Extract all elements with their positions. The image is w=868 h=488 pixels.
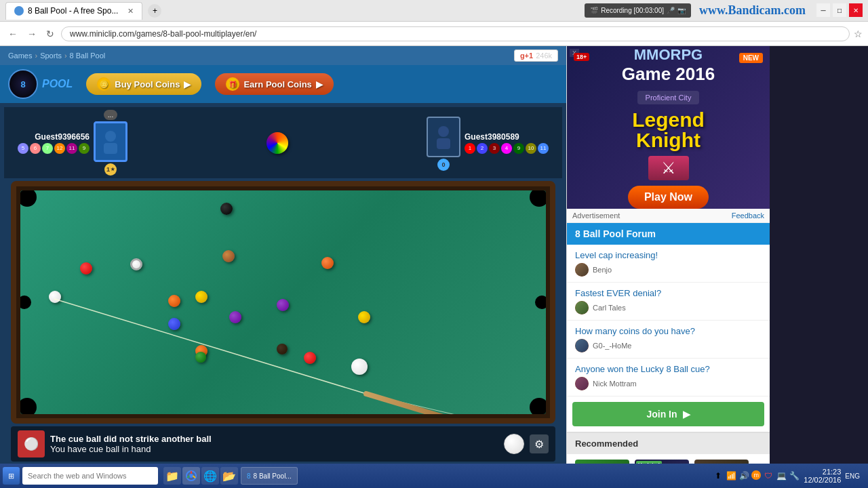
message-avatar: ⚪ — [18, 430, 45, 458]
system-clock[interactable]: 21:23 12/02/2016 — [804, 468, 841, 484]
taskbar-chrome-icon[interactable] — [182, 467, 200, 485]
pocket-bottom-right — [530, 398, 546, 414]
recommended-header: Recommended — [567, 432, 770, 454]
breadcrumb-sports[interactable]: Sports — [40, 52, 62, 60]
forum-user-2: Carl Tales — [575, 301, 762, 314]
tab-close-button[interactable]: ✕ — [127, 7, 134, 16]
forum-user-1: Benjo — [575, 263, 762, 277]
windows-start-button[interactable]: ⊞ — [3, 467, 20, 485]
taskbar-ie-icon[interactable]: 🌐 — [201, 467, 219, 485]
new-tab-button[interactable]: + — [148, 4, 161, 18]
user-avatar-g0 — [575, 339, 589, 352]
window-controls: 🎬 Recording [00:03:00] 🎤📷 www.Bandicam.c… — [585, 3, 863, 18]
forum-title: 8 Ball Pool Forum — [575, 228, 656, 239]
taskbar-folder-icon[interactable]: 📂 — [220, 467, 238, 485]
tab-title: 8 Ball Pool - A free Spo... — [28, 6, 118, 16]
forum-topic-4[interactable]: Anyone won the Lucky 8 Ball cue? — [575, 364, 762, 374]
ball-blue-1 — [168, 318, 180, 330]
maximize-button[interactable]: □ — [833, 3, 846, 17]
google-plus-button[interactable]: g+1 246k — [514, 49, 558, 62]
tray-extra2-icon[interactable]: 🔧 — [789, 470, 800, 481]
ball-stripe-red — [321, 257, 334, 269]
message-text: The cue ball did not strike another ball… — [50, 434, 498, 454]
forum-item-3: How many coins do you have? G0-_-HoMe — [567, 321, 770, 359]
taskbar-search-input[interactable] — [22, 467, 158, 485]
tray-apps-icon[interactable]: ⬆ — [713, 470, 724, 481]
ball-purple-1 — [229, 311, 241, 323]
taskbar-active-app[interactable]: 8 8 Ball Pool... — [241, 467, 298, 485]
forum-topic-3[interactable]: How many coins do you have? — [575, 326, 762, 336]
forum-item-2: Fastest EVER denial? Carl Tales — [567, 283, 770, 321]
breadcrumb-8ball[interactable]: 8 Ball Pool — [70, 52, 106, 60]
sidebar: X 18+ NEW MMORPG Game 2016 Proficient Ci… — [566, 46, 770, 488]
forum-username-2: Carl Tales — [593, 304, 626, 312]
recording-icons: 🎬 — [590, 7, 598, 14]
taskbar-icons: 📁 🌐 📂 — [163, 467, 238, 485]
forward-button[interactable]: → — [24, 27, 39, 41]
app-icon: 8 — [247, 472, 251, 480]
buy-coins-button[interactable]: 🪙 Buy Pool Coins ▶ — [86, 73, 201, 95]
message-line1: The cue ball did not strike another ball — [50, 434, 498, 444]
breadcrumb-games[interactable]: Games — [8, 52, 32, 60]
close-button[interactable]: ✕ — [849, 3, 863, 17]
forum-header: 8 Ball Pool Forum — [567, 223, 770, 245]
tray-miniclip-icon[interactable]: m — [751, 470, 761, 480]
svg-rect-3 — [437, 138, 450, 149]
ad-age-badge: 18+ — [574, 53, 589, 61]
feedback-link[interactable]: Feedback — [732, 211, 764, 220]
taskbar-file-explorer-icon[interactable]: 📁 — [163, 467, 181, 485]
advertisement-label: Advertisement — [572, 211, 620, 220]
refresh-button[interactable]: ↻ — [43, 27, 57, 41]
forum-topic-2[interactable]: Fastest EVER denial? — [575, 288, 762, 298]
tray-extra1-icon[interactable]: 💻 — [776, 470, 787, 481]
tray-volume-icon[interactable]: 🔊 — [738, 470, 749, 481]
join-in-label: Join In — [646, 409, 677, 420]
bookmark-star-icon[interactable]: ☆ — [854, 28, 863, 39]
earn-coins-label: Earn Pool Coins — [243, 79, 311, 89]
tray-network-icon[interactable]: 📶 — [726, 470, 736, 481]
settings-button[interactable]: ⚙ — [530, 434, 549, 453]
forum-user-3: G0-_-HoMe — [575, 339, 762, 352]
earn-coins-button[interactable]: 🎁 Earn Pool Coins ▶ — [215, 73, 333, 95]
ball-multi-1 — [222, 250, 235, 262]
tray-antivirus-icon[interactable]: 🛡 — [763, 470, 774, 481]
recording-banner: 🎬 Recording [00:03:00] 🎤📷 — [585, 3, 691, 18]
forum-topic-1[interactable]: Level cap increasing! — [575, 250, 762, 260]
back-button[interactable]: ← — [5, 27, 20, 41]
ball-yellow-1 — [195, 291, 208, 303]
ball-red-1 — [80, 262, 92, 274]
forum-username-1: Benjo — [593, 266, 612, 274]
game-arena: Guest9396656 5 6 7 12 11 9 ... — [0, 103, 566, 468]
ball-dark-1 — [277, 344, 288, 354]
ad-game-2016: Game 2016 — [622, 64, 715, 84]
ball-red-2 — [304, 352, 316, 364]
forum-item-1: Level cap increasing! Benjo — [567, 245, 770, 283]
svg-point-2 — [438, 126, 449, 137]
google-plus-count: 246k — [536, 52, 552, 60]
cue-ball-inhand — [351, 359, 368, 375]
pool-table[interactable] — [20, 190, 546, 414]
ad-block: X 18+ NEW MMORPG Game 2016 Proficient Ci… — [567, 46, 770, 209]
vs-area — [267, 132, 288, 154]
logo-circle: 8 — [8, 69, 38, 99]
player1-avatar — [94, 121, 127, 162]
message-line2: You have cue ball in hand — [50, 444, 151, 454]
pool-table-container[interactable] — [11, 181, 555, 424]
player2-avatar — [427, 117, 460, 157]
browser-tab[interactable]: 8 Ball Pool - A free Spo... ✕ — [5, 2, 142, 20]
player1-name: Guest9396656 — [35, 132, 90, 142]
avatar-silhouette — [101, 129, 120, 154]
url-input[interactable] — [61, 26, 850, 41]
game-logo: 8 POOL — [8, 69, 73, 99]
join-in-button[interactable]: Join In ▶ — [572, 402, 764, 426]
svg-point-0 — [105, 131, 116, 142]
ball-orange-1 — [168, 295, 180, 307]
svg-line-10 — [193, 476, 196, 478]
play-now-button[interactable]: Play Now — [628, 186, 709, 209]
player2-name: Guest3980589 — [465, 132, 519, 142]
vs-ball-multi — [267, 132, 288, 154]
breadcrumb: Games › Sports › 8 Ball Pool — [8, 52, 105, 60]
minimize-button[interactable]: ─ — [816, 3, 830, 17]
player2-info: 0 Guest3980589 1 2 3 4 9 10 11 — [427, 115, 549, 171]
join-in-icon: ▶ — [683, 409, 690, 420]
